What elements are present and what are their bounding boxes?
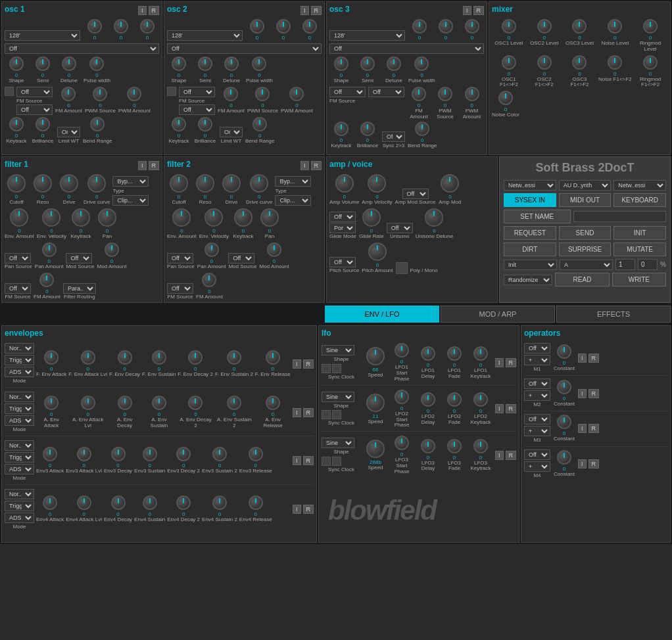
env3-i-btn[interactable]: I	[293, 456, 301, 465]
lfo2-speed-knob[interactable]	[366, 394, 385, 412]
keyboard-btn[interactable]: KEYBOARD	[613, 193, 666, 207]
filter2-type1-sel[interactable]: Byp...	[275, 176, 311, 187]
tab-env-lfo[interactable]: ENV / LFO	[325, 306, 439, 323]
filter1-env-vel-knob[interactable]	[42, 208, 60, 227]
osc2-fm-src2[interactable]: Off	[179, 104, 215, 115]
env2-i-btn[interactable]: I	[293, 408, 301, 417]
lfo1-speed-knob[interactable]	[366, 347, 385, 365]
osc1-f1f2-knob[interactable]	[502, 55, 516, 70]
osc3-brilliance-knob[interactable]	[360, 122, 375, 136]
osc1-limit-wt[interactable]: On	[57, 127, 80, 137]
ringmod-level-knob[interactable]	[643, 19, 658, 34]
noise-f1f2-knob[interactable]	[608, 55, 622, 70]
percent-input[interactable]	[638, 259, 658, 270]
filter2-type2-sel[interactable]: Clip...	[275, 195, 311, 206]
osc1-pwm-src-knob[interactable]	[93, 87, 107, 101]
env1-sustain-knob[interactable]	[152, 350, 166, 365]
env3-sustain-knob[interactable]	[143, 447, 157, 461]
mutate-btn[interactable]: MUTATE	[613, 242, 666, 256]
env4-release-knob[interactable]	[249, 495, 263, 510]
filter1-routing-sel[interactable]: Para...	[63, 283, 96, 294]
env2-r-btn[interactable]: R	[303, 408, 314, 417]
osc2-limit-wt[interactable]: On	[220, 127, 243, 137]
env3-adsr-sel[interactable]: ADSR	[5, 464, 34, 474]
op4-r-btn[interactable]: R	[588, 459, 600, 469]
osc3-waveform[interactable]: 128'	[329, 30, 405, 41]
op1-r-btn[interactable]: R	[588, 354, 600, 363]
env2-sustain2-knob[interactable]	[227, 396, 241, 410]
filter2-cutoff-knob[interactable]	[170, 174, 188, 193]
osc1-fine-dial[interactable]	[140, 19, 155, 34]
osc2-fm-amt-knob[interactable]	[224, 87, 238, 101]
osc1-fm-source-sel[interactable]: Off	[16, 87, 53, 97]
dirt-btn[interactable]: DIRT	[504, 242, 556, 256]
osc2-detune-knob[interactable]	[224, 57, 239, 71]
filter2-fm-src-sel[interactable]: Off	[167, 283, 193, 294]
osc2-f1f2-knob[interactable]	[537, 55, 552, 70]
env2-adsr-sel[interactable]: ADSR	[5, 415, 34, 426]
filter1-pan-src-sel[interactable]: Off	[5, 253, 31, 263]
env1-sustain2-knob[interactable]	[227, 350, 241, 365]
sysex-in-btn[interactable]: SYSEX IN	[504, 193, 556, 207]
osc2-keytrack-knob[interactable]	[172, 117, 186, 131]
lfo1-fade-knob[interactable]	[447, 346, 462, 361]
lfo3-r-btn[interactable]: R	[506, 451, 517, 460]
env3-decay-knob[interactable]	[111, 447, 126, 461]
env4-attack-lvl-knob[interactable]	[77, 495, 91, 510]
lfo1-start-phase-knob[interactable]	[395, 343, 409, 357]
osc3-pwm-src-knob[interactable]	[438, 87, 452, 101]
osc3-fm-src2[interactable]: Off	[368, 87, 404, 97]
env4-decay2-knob[interactable]	[176, 495, 191, 510]
osc2-i-btn[interactable]: I	[300, 6, 309, 15]
osc1-sl-box[interactable]	[5, 87, 14, 96]
lfo3-keytrack-knob[interactable]	[473, 439, 488, 453]
network2-sel[interactable]: Netw..essi	[613, 180, 666, 191]
filter2-i-btn[interactable]: I	[300, 161, 309, 170]
lfo3-sync-btn[interactable]	[322, 457, 331, 466]
osc2-shape-knob[interactable]	[172, 57, 186, 71]
env3-trigger-sel[interactable]: Trigger	[5, 452, 34, 463]
env1-attack-lvl-knob[interactable]	[81, 350, 95, 365]
osc3-pwm-amt-knob[interactable]	[465, 87, 479, 101]
osc2-semi-knob[interactable]	[198, 57, 212, 71]
filter1-fm-amt-knob[interactable]	[39, 273, 54, 287]
network1-sel[interactable]: Netw..essi	[504, 180, 556, 191]
lfo1-clock-btn[interactable]	[332, 364, 341, 373]
filter2-mod-src-sel[interactable]: Off	[228, 253, 254, 263]
env1-r-btn[interactable]: R	[303, 359, 314, 369]
op2-sel2[interactable]: +	[524, 390, 550, 401]
osc1-octave-knob-dial[interactable]	[87, 19, 102, 34]
op1-sel1[interactable]: Off	[524, 343, 550, 354]
env3-mode-sel[interactable]: Nor...	[5, 440, 34, 451]
osc3-f1f2-knob[interactable]	[572, 55, 587, 70]
lfo2-keytrack-knob[interactable]	[473, 392, 488, 407]
unisono-sel[interactable]: Off	[387, 223, 413, 233]
env2-release-knob[interactable]	[266, 396, 280, 410]
filter1-r-btn[interactable]: R	[149, 161, 160, 170]
env1-mode-sel[interactable]: Nor...	[5, 343, 34, 354]
filter2-pan-src-sel[interactable]: Off	[167, 253, 193, 263]
osc3-oct-knob[interactable]	[412, 19, 427, 34]
filter1-cutoff-knob[interactable]	[7, 174, 26, 193]
osc1-keytrack-knob[interactable]	[9, 117, 24, 131]
amp-vel-knob[interactable]	[368, 174, 386, 193]
lfo2-i-btn[interactable]: I	[495, 404, 504, 413]
lfo1-sync-btn[interactable]	[322, 364, 331, 373]
op1-sel2[interactable]: +	[524, 355, 550, 365]
env4-adsr-sel[interactable]: ADSR	[5, 513, 34, 523]
op2-knob[interactable]	[557, 380, 571, 394]
osc2-pwm-amt-knob[interactable]	[289, 87, 304, 101]
osc3-pw-knob[interactable]	[414, 57, 429, 71]
lfo3-i-btn[interactable]: I	[495, 451, 504, 460]
filter2-env-amt-knob[interactable]	[172, 208, 191, 227]
filter1-keytrack-knob[interactable]	[72, 208, 90, 227]
env3-r-btn[interactable]: R	[303, 456, 314, 465]
lfo2-fade-knob[interactable]	[447, 392, 462, 407]
osc3-sync-sel[interactable]: Off	[382, 131, 405, 142]
lfo2-delay-knob[interactable]	[421, 392, 435, 407]
noise-color-knob[interactable]	[498, 91, 513, 105]
osc3-keytrack-knob[interactable]	[334, 122, 348, 136]
noise-level-knob[interactable]	[608, 19, 622, 34]
set-name-input[interactable]	[573, 211, 666, 222]
lfo2-clock-btn[interactable]	[332, 410, 341, 419]
